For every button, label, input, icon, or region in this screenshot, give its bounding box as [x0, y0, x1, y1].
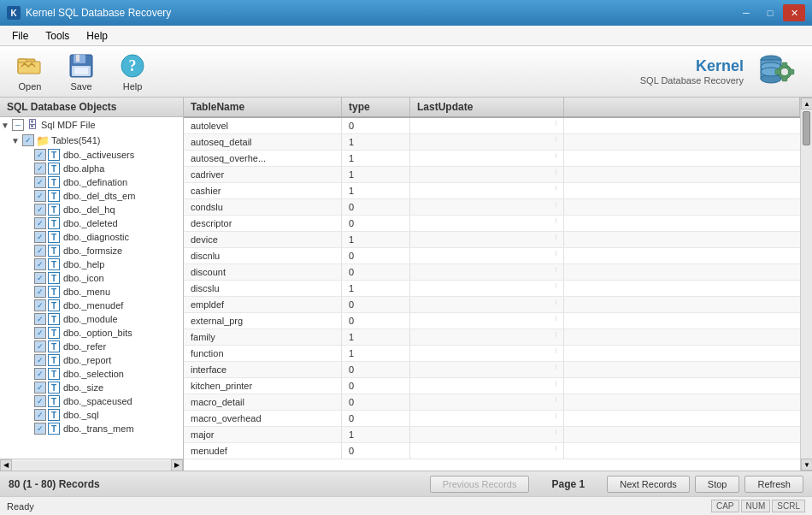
table-row[interactable]: kitchen_printer 0	[184, 378, 800, 394]
scroll-up-arrow[interactable]: ▲	[801, 98, 812, 110]
tree-leaf-item[interactable]: ✓ T dbo._report	[0, 353, 183, 367]
menu-file[interactable]: File	[3, 28, 37, 44]
tree-leaf-item[interactable]: ✓ T dbo._trans_mem	[0, 422, 183, 435]
tree-leaf-item[interactable]: ✓ T dbo._option_bits	[0, 326, 183, 340]
tree-leaf-item[interactable]: ✓ T dbo._spaceused	[0, 394, 183, 408]
menu-help[interactable]: Help	[78, 28, 116, 44]
tree-leaf-item[interactable]: ✓ T dbo._diagnostic	[0, 230, 183, 244]
table-row[interactable]: function 1	[184, 346, 800, 362]
cell-rest	[417, 316, 556, 321]
scroll-down-arrow[interactable]: ▼	[801, 459, 812, 471]
leaf-checkbox[interactable]: ✓	[34, 190, 46, 202]
stop-button[interactable]: Stop	[695, 476, 740, 493]
tree-leaf-item[interactable]: ✓ T dbo._menu	[0, 285, 183, 299]
table-row[interactable]: interface 0	[184, 362, 800, 378]
cell-name: function	[184, 346, 342, 361]
leaf-checkbox[interactable]: ✓	[34, 368, 46, 380]
tree-leaf-item[interactable]: ✓ T dbo._module	[0, 312, 183, 326]
prev-records-button[interactable]: Previous Records	[430, 476, 530, 493]
save-button[interactable]: Save	[60, 48, 103, 96]
leaf-checkbox[interactable]: ✓	[34, 149, 46, 161]
tree-leaf-label: dbo._option_bits	[62, 328, 132, 338]
tree-leaf-item[interactable]: ✓ T dbo._size	[0, 381, 183, 394]
cell-rest	[417, 267, 556, 272]
leaf-checkbox[interactable]: ✓	[34, 354, 46, 366]
scroll-thumb[interactable]	[803, 111, 810, 145]
vertical-scrollbar[interactable]: ▲ ▼	[800, 98, 812, 471]
leaf-checkbox[interactable]: ✓	[34, 217, 46, 229]
table-row[interactable]: autoseq_detail 1	[184, 134, 800, 151]
table-row[interactable]: device 1	[184, 232, 800, 248]
leaf-checkbox[interactable]: ✓	[34, 286, 46, 298]
cell-name: major	[184, 427, 342, 442]
help-button[interactable]: ? Help	[111, 48, 154, 96]
table-row[interactable]: cashier 1	[184, 183, 800, 199]
open-button[interactable]: Open	[9, 48, 51, 96]
table-row[interactable]: family 1	[184, 329, 800, 346]
leaf-checkbox[interactable]: ✓	[34, 327, 46, 339]
table-row[interactable]: discount 0	[184, 264, 800, 281]
table-icon: T	[48, 286, 60, 298]
table-row[interactable]: cadriver 1	[184, 167, 800, 183]
table-row[interactable]: external_prg 0	[184, 313, 800, 329]
table-row[interactable]: menudef 0	[184, 443, 800, 459]
cell-type: 0	[342, 264, 410, 280]
leaf-checkbox[interactable]: ✓	[34, 423, 46, 435]
table-row[interactable]: autoseq_overhe... 1	[184, 151, 800, 167]
tree-leaf-item[interactable]: ✓ T dbo._menudef	[0, 299, 183, 312]
table-row[interactable]: empldef 0	[184, 297, 800, 313]
leaf-checkbox[interactable]: ✓	[34, 395, 46, 407]
scroll-right-arrow[interactable]: ▶	[171, 459, 183, 471]
tree-leaf-label: dbo._menu	[62, 287, 110, 297]
tree-leaf-item[interactable]: ✓ T dbo.alpha	[0, 162, 183, 175]
leaf-checkbox[interactable]: ✓	[34, 313, 46, 325]
table-row[interactable]: macro_overhead 0	[184, 411, 800, 427]
tree-leaf-item[interactable]: ✓ T dbo._del_dts_em	[0, 189, 183, 203]
close-button[interactable]: ✕	[783, 4, 805, 21]
leaf-checkbox[interactable]: ✓	[34, 163, 46, 175]
table-row[interactable]: discslu 1	[184, 281, 800, 297]
tree-leaf-item[interactable]: ✓ T dbo._icon	[0, 271, 183, 285]
leaf-checkbox[interactable]: ✓	[34, 258, 46, 270]
tables-checkbox[interactable]: ✓	[22, 134, 34, 146]
tree-view[interactable]: ▼ ─ 🗄 Sql MDF File ▼ ✓ 📁 Tables(541) ✓ T…	[0, 117, 183, 459]
maximize-button[interactable]: □	[759, 4, 781, 21]
folder-icon: 📁	[36, 133, 50, 147]
tree-leaf-item[interactable]: ✓ T dbo._del_hq	[0, 203, 183, 216]
cell-name: autolevel	[184, 118, 342, 133]
leaf-checkbox[interactable]: ✓	[34, 245, 46, 257]
leaf-checkbox[interactable]: ✓	[34, 340, 46, 352]
scroll-left-arrow[interactable]: ◀	[0, 459, 12, 471]
tables-node[interactable]: ▼ ✓ 📁 Tables(541)	[0, 133, 183, 148]
next-records-button[interactable]: Next Records	[607, 476, 690, 493]
tree-leaf-item[interactable]: ✓ T dbo._deleted	[0, 216, 183, 230]
tree-leaf-item[interactable]: ✓ T dbo._formsize	[0, 244, 183, 258]
tree-root[interactable]: ▼ ─ 🗄 Sql MDF File	[0, 117, 183, 133]
table-row[interactable]: descriptor 0	[184, 216, 800, 232]
leaf-checkbox[interactable]: ✓	[34, 272, 46, 284]
table-row[interactable]: macro_detail 0	[184, 394, 800, 411]
tree-leaf-item[interactable]: ✓ T dbo._help	[0, 258, 183, 271]
leaf-checkbox[interactable]: ✓	[34, 231, 46, 243]
leaf-checkbox[interactable]: ✓	[34, 204, 46, 216]
table-row[interactable]: condslu 0	[184, 199, 800, 216]
left-horizontal-scroll[interactable]: ◀ ▶	[0, 459, 183, 471]
leaf-checkbox[interactable]: ✓	[34, 409, 46, 421]
tree-leaf-item[interactable]: ✓ T dbo._activeusers	[0, 148, 183, 162]
minimize-button[interactable]: ─	[735, 4, 757, 21]
table-icon: T	[48, 204, 60, 216]
table-row[interactable]: discnlu 0	[184, 248, 800, 264]
tree-leaf-item[interactable]: ✓ T dbo._selection	[0, 367, 183, 381]
leaf-checkbox[interactable]: ✓	[34, 176, 46, 188]
leaf-checkbox[interactable]: ✓	[34, 382, 46, 394]
table-row[interactable]: autolevel 0	[184, 118, 800, 134]
menu-tools[interactable]: Tools	[37, 28, 78, 44]
tree-leaf-item[interactable]: ✓ T dbo._sql	[0, 408, 183, 422]
tree-leaf-item[interactable]: ✓ T dbo._refer	[0, 340, 183, 353]
refresh-button[interactable]: Refresh	[744, 476, 803, 493]
tree-leaf-item[interactable]: ✓ T dbo._defination	[0, 175, 183, 189]
table-row[interactable]: major 1	[184, 427, 800, 443]
root-checkbox[interactable]: ─	[12, 119, 24, 131]
tree-leaf-label: dbo._report	[62, 355, 111, 365]
leaf-checkbox[interactable]: ✓	[34, 299, 46, 311]
